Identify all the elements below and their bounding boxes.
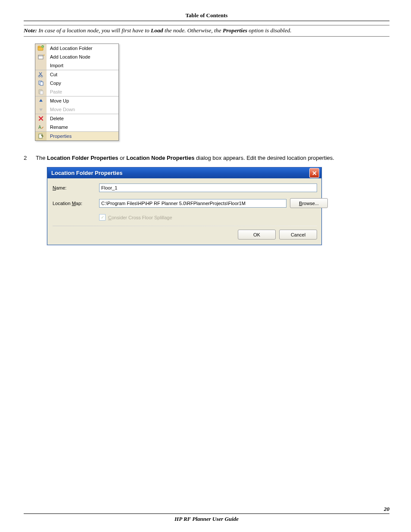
menu-label: Delete xyxy=(47,116,118,121)
move-up-icon xyxy=(35,96,47,105)
blank-icon xyxy=(35,61,47,70)
step-number: 2 xyxy=(24,155,36,161)
delete-icon xyxy=(35,114,47,123)
location-map-label: Location Map: xyxy=(53,201,99,206)
menu-label: Copy xyxy=(47,81,118,86)
menu-item-cut[interactable]: Cut xyxy=(35,70,118,79)
menu-label: Rename xyxy=(47,124,118,130)
browse-button[interactable]: Browse... xyxy=(290,198,328,208)
menu-item-move-down: Move Down xyxy=(35,105,118,114)
menu-item-add-location-folder[interactable]: + Add Location Folder xyxy=(35,44,118,53)
cancel-button[interactable]: Cancel xyxy=(279,230,317,240)
menu-item-properties[interactable]: Properties xyxy=(35,132,118,140)
location-folder-properties-dialog: Location Folder Properties ✕ Name: Locat… xyxy=(47,167,322,245)
name-field[interactable] xyxy=(99,184,317,192)
table-of-contents-heading: Table of Contents xyxy=(24,12,389,19)
move-down-icon xyxy=(35,105,47,114)
note-top-rule xyxy=(24,25,389,25)
menu-label: Cut xyxy=(47,72,118,77)
dialog-separator xyxy=(53,226,317,226)
menu-item-paste: Paste xyxy=(35,87,118,96)
note-properties-word: Properties xyxy=(223,27,247,34)
menu-label: Properties xyxy=(47,134,118,139)
menu-label: Add Location Folder xyxy=(47,46,118,51)
footer-rule xyxy=(24,513,389,514)
cut-icon xyxy=(35,70,47,79)
note-text: Note: In case of a location node, you wi… xyxy=(24,26,389,35)
header-rule xyxy=(24,21,389,21)
properties-icon xyxy=(35,132,47,140)
close-button[interactable]: ✕ xyxy=(309,168,319,178)
svg-text:A: A xyxy=(38,125,41,130)
menu-label: Import xyxy=(47,63,118,68)
menu-item-copy[interactable]: Copy xyxy=(35,79,118,87)
paste-icon xyxy=(35,87,47,96)
copy-icon xyxy=(35,79,47,87)
checkbox-icon xyxy=(99,214,106,221)
note-label: Note: xyxy=(24,27,37,34)
location-map-field[interactable] xyxy=(99,199,286,208)
svg-rect-1 xyxy=(38,46,40,47)
menu-label: Add Location Node xyxy=(47,54,118,59)
dialog-titlebar[interactable]: Location Folder Properties ✕ xyxy=(47,167,321,178)
rename-icon: A xyxy=(35,123,47,131)
page-number: 20 xyxy=(24,506,389,513)
svg-text:★: ★ xyxy=(43,54,44,56)
menu-label: Move Up xyxy=(47,98,118,103)
context-menu: + Add Location Folder ★ Add Location Nod… xyxy=(35,44,119,141)
note-load-word: Load xyxy=(151,27,163,34)
menu-item-move-up[interactable]: Move Up xyxy=(35,96,118,105)
svg-rect-13 xyxy=(40,91,43,94)
consider-cross-floor-spillage-checkbox: Consider Cross Floor Splillage xyxy=(53,214,317,221)
svg-rect-4 xyxy=(38,55,43,59)
dialog-title: Location Folder Properties xyxy=(48,170,309,176)
menu-label: Move Down xyxy=(47,107,118,112)
menu-item-add-location-node[interactable]: ★ Add Location Node xyxy=(35,53,118,61)
svg-text:+: + xyxy=(42,45,44,48)
folder-add-icon: + xyxy=(35,44,47,53)
node-add-icon: ★ xyxy=(35,53,47,61)
note-bottom-rule xyxy=(24,36,389,37)
menu-item-import[interactable]: Import xyxy=(35,61,118,70)
step-text: The Location Folder Properties or Locati… xyxy=(36,155,389,161)
menu-item-rename[interactable]: A Rename xyxy=(35,123,118,131)
name-label: Name: xyxy=(53,185,99,190)
ok-button[interactable]: OK xyxy=(238,230,276,240)
menu-item-delete[interactable]: Delete xyxy=(35,114,118,123)
svg-rect-11 xyxy=(40,82,43,85)
footer-title: HP RF Planner User Guide xyxy=(24,516,389,523)
menu-label: Paste xyxy=(47,89,118,94)
